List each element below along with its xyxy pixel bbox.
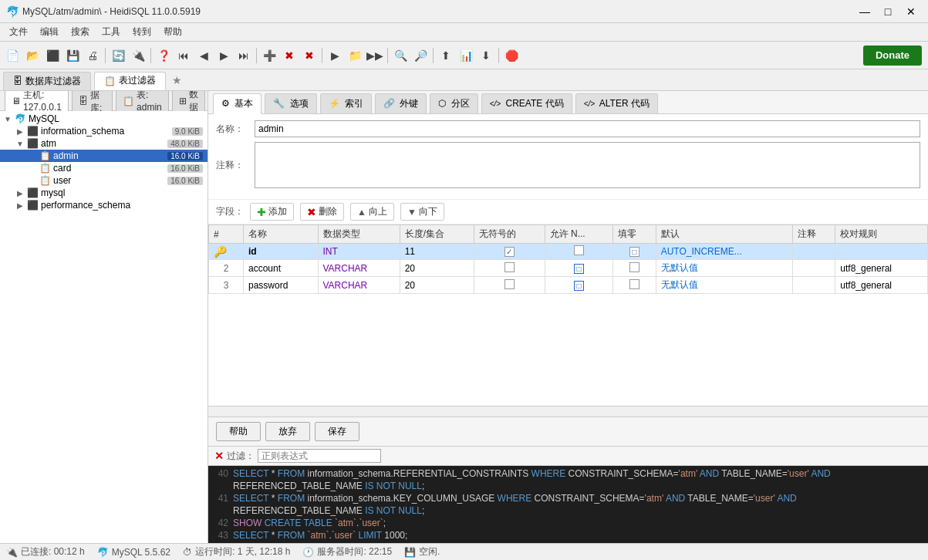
- expand-infschema[interactable]: ▶: [14, 127, 26, 136]
- expand-mysql[interactable]: ▼: [2, 115, 14, 123]
- tab-foreignkeys[interactable]: 🔗 外键: [375, 93, 427, 113]
- row2-unsigned-cb[interactable]: [504, 262, 515, 272]
- move-down-button[interactable]: ▼ 向下: [400, 203, 444, 221]
- tab-basic[interactable]: ⚙ 基本: [213, 93, 262, 114]
- menu-help[interactable]: 帮助: [157, 24, 188, 40]
- tab-options[interactable]: 🔧 选项: [265, 93, 316, 113]
- help-button[interactable]: 帮助: [216, 422, 261, 441]
- row3-datatype[interactable]: VARCHAR: [318, 277, 400, 294]
- row1-zerofill[interactable]: □: [613, 244, 656, 260]
- open-button[interactable]: 📂: [23, 46, 42, 65]
- row1-default[interactable]: AUTO_INCREME...: [656, 244, 792, 260]
- row3-zerofill-cb[interactable]: [629, 279, 639, 289]
- row1-comment[interactable]: [792, 244, 835, 260]
- run-button[interactable]: ▶: [326, 46, 344, 65]
- delete-row-button[interactable]: ✖: [280, 46, 299, 65]
- favorites-star[interactable]: ★: [172, 74, 182, 86]
- row1-collation[interactable]: [835, 244, 928, 260]
- minimize-button[interactable]: —: [854, 4, 876, 19]
- tree-item-perf-schema[interactable]: ▶ ⬛ performance_schema: [0, 199, 208, 211]
- maximize-button[interactable]: □: [877, 4, 899, 19]
- new-button[interactable]: 📄: [3, 46, 22, 65]
- row3-name[interactable]: password: [243, 277, 318, 294]
- discard-button[interactable]: 放弃: [265, 422, 310, 441]
- row1-name[interactable]: id: [243, 244, 318, 260]
- row2-zerofill[interactable]: [613, 260, 656, 277]
- add-field-button[interactable]: ✚ 添加: [250, 203, 294, 221]
- add-row-button[interactable]: ➕: [260, 46, 278, 65]
- tree-item-user[interactable]: ▶ 📋 user 16.0 KiB: [0, 174, 208, 187]
- tree-item-mysql-db[interactable]: ▶ ⬛ mysql: [0, 187, 208, 199]
- menu-goto[interactable]: 转到: [127, 24, 157, 40]
- table-row[interactable]: 🔑 id INT 11 ✓ □ AUTO_INCREME..: [209, 244, 928, 260]
- tab-indexes[interactable]: ⚡ 索引: [320, 93, 372, 113]
- table-filter-tab[interactable]: 📋 表过滤器: [94, 72, 166, 90]
- delete-field-button[interactable]: ✖ 删除: [300, 203, 344, 221]
- stop-button[interactable]: 🛑: [502, 46, 521, 65]
- stats-button[interactable]: 📊: [457, 46, 475, 65]
- name-input[interactable]: [255, 120, 920, 137]
- first-button[interactable]: ⏮: [174, 46, 193, 65]
- row2-default[interactable]: 无默认值: [656, 260, 792, 277]
- export-button[interactable]: ⬆: [437, 46, 455, 65]
- delete2-button[interactable]: ✖: [300, 46, 319, 65]
- row1-unsigned-cb[interactable]: ✓: [504, 247, 515, 257]
- copy-button[interactable]: ⬛: [43, 46, 62, 65]
- row2-datatype[interactable]: VARCHAR: [318, 260, 400, 277]
- prev-button[interactable]: ◀: [194, 46, 213, 65]
- filter-input[interactable]: [258, 449, 381, 463]
- tree-root-mysql[interactable]: ▼ 🐬 MySQL: [0, 113, 208, 125]
- expand-atm[interactable]: ▼: [14, 140, 26, 148]
- next-button[interactable]: ▶: [214, 46, 233, 65]
- row3-zerofill[interactable]: [613, 277, 656, 294]
- search-btn[interactable]: 🔎: [411, 46, 430, 65]
- tree-item-information-schema[interactable]: ▶ ⬛ information_schema 9.0 KiB: [0, 125, 208, 137]
- zoom-button[interactable]: 🔍: [391, 46, 410, 65]
- move-up-button[interactable]: ▲ 向上: [350, 203, 394, 221]
- db-filter-tab[interactable]: 🗄 数据库过滤器: [3, 72, 91, 90]
- expand-mysql-db[interactable]: ▶: [14, 189, 26, 197]
- filter-close-icon[interactable]: ✕: [214, 450, 224, 462]
- row1-datatype[interactable]: INT: [318, 244, 400, 260]
- expand-perf-schema[interactable]: ▶: [14, 201, 26, 210]
- row2-zerofill-cb[interactable]: [629, 262, 639, 272]
- run-file-button[interactable]: 📁: [346, 46, 364, 65]
- row3-unsigned-cb[interactable]: [504, 279, 515, 289]
- row2-unsigned[interactable]: [474, 260, 545, 277]
- help-btn[interactable]: ❓: [154, 46, 173, 65]
- row3-allownull-cb[interactable]: □: [574, 281, 584, 291]
- tree-item-admin[interactable]: ▶ 📋 admin 16.0 KiB: [0, 150, 208, 162]
- row2-allownull[interactable]: □: [545, 260, 613, 277]
- row1-unsigned[interactable]: ✓: [474, 244, 545, 260]
- tab-create-code[interactable]: </> CREATE 代码: [481, 93, 572, 113]
- close-button[interactable]: ✕: [900, 4, 922, 19]
- save-file-button[interactable]: 💾: [63, 46, 82, 65]
- menu-search[interactable]: 搜索: [65, 24, 96, 40]
- row1-allownull-cb[interactable]: [574, 245, 584, 255]
- row3-comment[interactable]: [792, 277, 835, 294]
- run-sel-button[interactable]: ▶▶: [366, 46, 384, 65]
- tab-partitions[interactable]: ⬡ 分区: [430, 93, 477, 113]
- row2-collation[interactable]: utf8_general: [835, 260, 928, 277]
- row2-allownull-cb[interactable]: □: [574, 264, 584, 274]
- table-row[interactable]: 2 account VARCHAR 20 □ 无默认值: [209, 260, 928, 277]
- save-button[interactable]: 保存: [315, 422, 359, 441]
- row2-name[interactable]: account: [243, 260, 318, 277]
- row3-unsigned[interactable]: [474, 277, 545, 294]
- connect-button[interactable]: 🔌: [129, 46, 147, 65]
- sort-button[interactable]: ⬇: [477, 46, 495, 65]
- comment-textarea[interactable]: [255, 142, 920, 188]
- row1-length[interactable]: 11: [400, 244, 474, 260]
- table-row[interactable]: 3 password VARCHAR 20 □ 无默认值: [209, 277, 928, 294]
- tree-item-atm[interactable]: ▼ ⬛ atm 48.0 KiB: [0, 137, 208, 150]
- tab-alter-code[interactable]: </> ALTER 代码: [575, 93, 658, 113]
- row3-collation[interactable]: utf8_general: [835, 277, 928, 294]
- print-button[interactable]: 🖨: [83, 46, 102, 65]
- row1-zerofill-cb[interactable]: □: [629, 247, 639, 257]
- row1-allownull[interactable]: [545, 244, 613, 260]
- menu-edit[interactable]: 编辑: [34, 24, 65, 40]
- last-button[interactable]: ⏭: [235, 46, 253, 65]
- donate-button[interactable]: Donate: [863, 46, 922, 66]
- row3-length[interactable]: 20: [400, 277, 474, 294]
- menu-tools[interactable]: 工具: [96, 24, 127, 40]
